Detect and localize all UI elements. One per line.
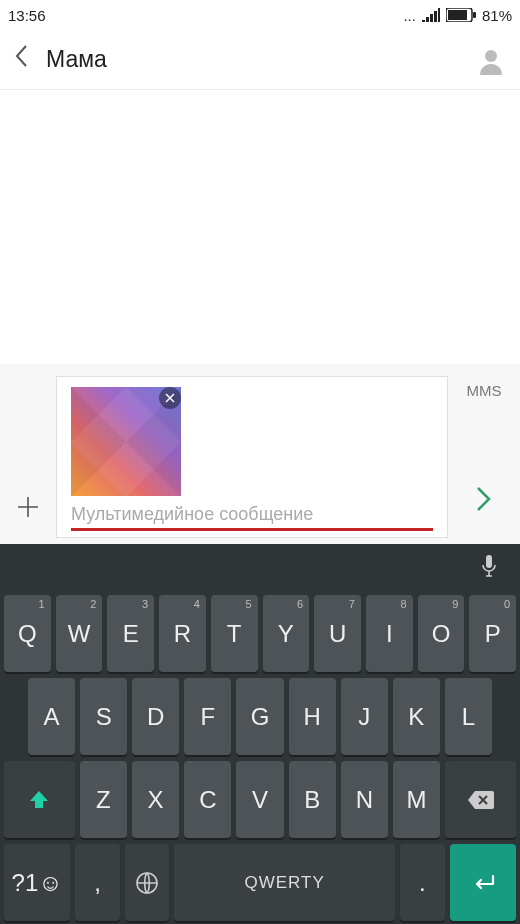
key-F[interactable]: F xyxy=(184,678,231,755)
key-S[interactable]: S xyxy=(80,678,127,755)
svg-rect-2 xyxy=(473,12,476,18)
key-G[interactable]: G xyxy=(236,678,283,755)
symbols-key[interactable]: ?1☺ xyxy=(4,844,70,921)
key-Z[interactable]: Z xyxy=(80,761,127,838)
key-Y[interactable]: Y6 xyxy=(263,595,310,672)
close-icon xyxy=(165,393,175,403)
svg-point-3 xyxy=(485,50,497,62)
key-W[interactable]: W2 xyxy=(56,595,103,672)
key-I[interactable]: I8 xyxy=(366,595,413,672)
chevron-left-icon xyxy=(14,44,28,68)
comma-key[interactable]: , xyxy=(75,844,119,921)
key-A[interactable]: A xyxy=(28,678,75,755)
key-H[interactable]: H xyxy=(289,678,336,755)
key-P[interactable]: P0 xyxy=(469,595,516,672)
key-C[interactable]: C xyxy=(184,761,231,838)
voice-input-button[interactable] xyxy=(480,554,498,582)
key-T[interactable]: T5 xyxy=(211,595,258,672)
signal-icon xyxy=(422,8,440,22)
backspace-icon xyxy=(467,790,495,810)
key-O[interactable]: O9 xyxy=(418,595,465,672)
chevron-right-icon xyxy=(476,485,492,513)
key-U[interactable]: U7 xyxy=(314,595,361,672)
plus-icon xyxy=(17,496,39,518)
key-V[interactable]: V xyxy=(236,761,283,838)
backspace-key[interactable] xyxy=(445,761,516,838)
key-Q[interactable]: Q1 xyxy=(4,595,51,672)
key-N[interactable]: N xyxy=(341,761,388,838)
status-dots-icon: ... xyxy=(403,7,416,24)
globe-icon xyxy=(135,871,159,895)
key-D[interactable]: D xyxy=(132,678,179,755)
key-K[interactable]: K xyxy=(393,678,440,755)
key-R[interactable]: R4 xyxy=(159,595,206,672)
period-key[interactable]: . xyxy=(400,844,444,921)
battery-icon xyxy=(446,8,476,22)
message-input[interactable]: Мультимедийное сообщение xyxy=(71,502,433,526)
language-key[interactable] xyxy=(125,844,169,921)
key-X[interactable]: X xyxy=(132,761,179,838)
enter-icon xyxy=(469,873,497,893)
suggestion-bar xyxy=(0,544,520,592)
send-button[interactable] xyxy=(476,485,492,520)
back-button[interactable] xyxy=(14,44,28,75)
attachment-thumbnail[interactable] xyxy=(71,387,181,496)
status-time: 13:56 xyxy=(8,7,46,24)
space-key[interactable]: QWERTY xyxy=(174,844,395,921)
compose-bubble[interactable]: Мультимедийное сообщение xyxy=(56,376,448,538)
remove-attachment-button[interactable] xyxy=(159,387,181,409)
key-M[interactable]: M xyxy=(393,761,440,838)
key-B[interactable]: B xyxy=(289,761,336,838)
conversation-title: Мама xyxy=(46,46,458,73)
contact-avatar-icon[interactable] xyxy=(476,45,506,75)
shift-key[interactable] xyxy=(4,761,75,838)
conversation-area[interactable] xyxy=(0,90,520,364)
attach-button[interactable] xyxy=(10,376,46,538)
header: Мама xyxy=(0,30,520,90)
key-L[interactable]: L xyxy=(445,678,492,755)
enter-key[interactable] xyxy=(450,844,516,921)
svg-rect-5 xyxy=(486,555,492,568)
key-J[interactable]: J xyxy=(341,678,388,755)
input-underline xyxy=(71,528,433,531)
message-mode-label: MMS xyxy=(467,382,502,399)
keyboard: Q1W2E3R4T5Y6U7I8O9P0 ASDFGHJKL ZXCVBNM ?… xyxy=(0,544,520,924)
compose-bar: Мультимедийное сообщение MMS xyxy=(0,364,520,544)
shift-icon xyxy=(28,789,50,811)
status-battery-pct: 81% xyxy=(482,7,512,24)
status-bar: 13:56 ... 81% xyxy=(0,0,520,30)
mic-icon xyxy=(480,554,498,578)
key-E[interactable]: E3 xyxy=(107,595,154,672)
svg-rect-1 xyxy=(448,10,467,20)
